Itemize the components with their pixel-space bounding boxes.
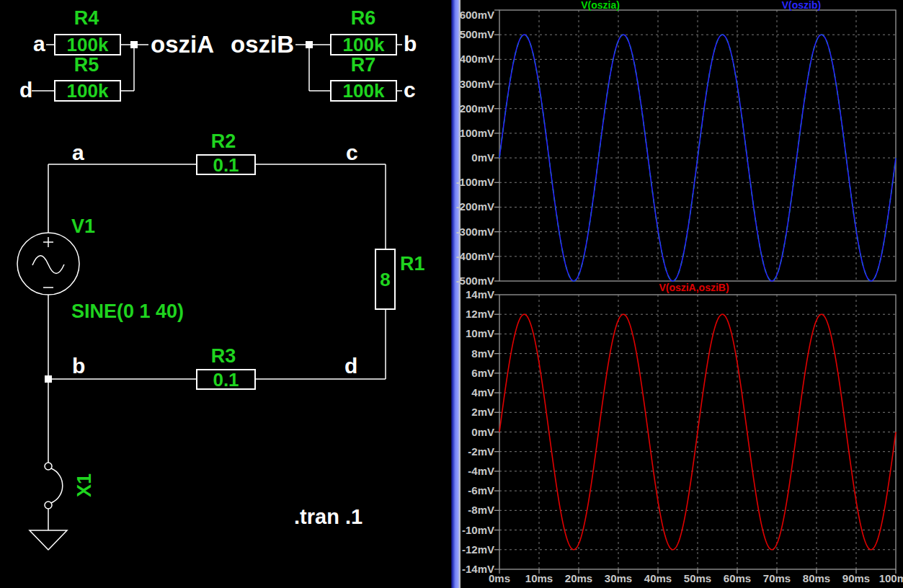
net-label-a-top[interactable]: a [33, 33, 45, 55]
plus-minus-marks [43, 237, 53, 288]
resistor-r5-name[interactable]: R5 [69, 55, 104, 75]
net-label-oszib[interactable]: osziB [231, 32, 294, 56]
resistor-r2-value: 0.1 [213, 156, 239, 174]
resistor-r3-name[interactable]: R3 [206, 347, 241, 366]
junction-node [130, 41, 138, 48]
plot-area-top[interactable] [499, 10, 896, 281]
source-v1-value[interactable]: SINE(0 1 40) [71, 302, 184, 321]
resistor-r1-body[interactable]: 8 [375, 249, 396, 310]
x1-arc[interactable] [51, 468, 63, 503]
resistor-r1-value: 8 [380, 270, 390, 289]
net-label-d-top[interactable]: d [19, 79, 32, 101]
net-label-c-mid[interactable]: c [346, 142, 358, 164]
sine-squiggle [32, 256, 64, 274]
resistor-r7-name[interactable]: R7 [346, 55, 381, 75]
resistor-r4-value: 100k [67, 35, 109, 54]
resistor-r1-name[interactable]: R1 [400, 254, 425, 274]
resistor-r3-body[interactable]: 0.1 [196, 369, 256, 390]
resistor-r2-name[interactable]: R2 [206, 132, 241, 151]
resistor-r6-name[interactable]: R6 [346, 9, 381, 28]
resistor-r6-value: 100k [343, 35, 385, 54]
resistor-r5-body[interactable]: 100k [54, 80, 121, 102]
resistor-r4-body[interactable]: 100k [54, 34, 121, 55]
spice-directive[interactable]: .tran .1 [294, 507, 362, 527]
component-x1-name[interactable]: X1 [75, 468, 94, 504]
net-label-d-bot[interactable]: d [344, 355, 357, 377]
net-label-b-top[interactable]: b [404, 33, 417, 55]
x1-terminal-bottom[interactable] [45, 502, 52, 509]
resistor-r6-body[interactable]: 100k [330, 34, 397, 55]
source-v1-name[interactable]: V1 [71, 217, 95, 236]
junction-node [306, 41, 313, 48]
resistor-r4-name[interactable]: R4 [69, 9, 104, 28]
net-label-oszia[interactable]: osziA [151, 32, 214, 56]
net-label-b-bot[interactable]: b [72, 355, 85, 377]
plot-area-bottom[interactable] [499, 295, 896, 569]
resistor-r3-value: 0.1 [213, 370, 239, 389]
resistor-r5-value: 100k [67, 81, 109, 100]
x1-terminal-top[interactable] [45, 463, 52, 470]
net-label-a-mid[interactable]: a [72, 142, 84, 164]
resistor-r7-body[interactable]: 100k [330, 80, 397, 102]
junction-node [45, 375, 52, 383]
ground-symbol[interactable] [30, 530, 67, 550]
net-label-c-top[interactable]: c [404, 79, 416, 101]
pane-splitter[interactable] [451, 0, 461, 588]
schematic-pane[interactable]: 100k 100k 100k 100k 0.1 0.1 8 R4 R5 R6 R… [0, 0, 451, 588]
resistor-r2-body[interactable]: 0.1 [196, 154, 256, 175]
resistor-r7-value: 100k [343, 81, 385, 100]
